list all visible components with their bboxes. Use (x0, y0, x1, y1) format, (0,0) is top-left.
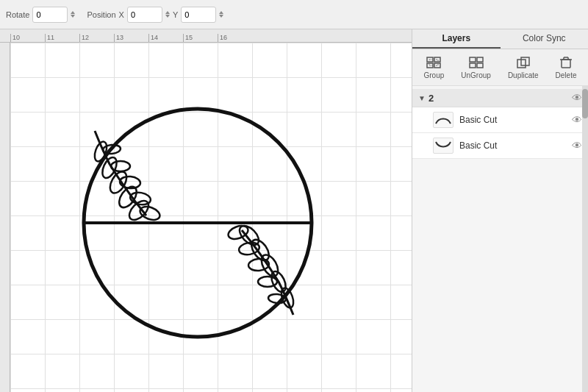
svg-point-13 (226, 224, 250, 242)
y-arrows[interactable] (219, 11, 223, 18)
tab-layers[interactable]: Layers (412, 29, 501, 49)
group-visibility-icon[interactable]: 👁 (572, 92, 582, 104)
svg-point-17 (248, 258, 269, 271)
canvas-area: 10 11 12 13 14 15 16 (0, 29, 412, 392)
ruler-vertical (0, 43, 10, 392)
rotate-input[interactable] (32, 7, 68, 23)
layers-list[interactable]: ▼ 2 👁 Basic Cut 👁 (412, 86, 588, 392)
delete-icon (557, 55, 575, 70)
panel-toolbar: Group UnGroup Duplicate Delete (412, 49, 588, 86)
right-panel: Layers Color Sync Group UnGroup (412, 29, 588, 392)
bottom-half-group (84, 222, 312, 337)
ungroup-icon (467, 55, 485, 70)
layer-thumbnail-2 (433, 138, 453, 154)
svg-rect-29 (470, 63, 476, 68)
layer-name-2: Basic Cut (459, 140, 566, 151)
ungroup-button[interactable]: UnGroup (456, 54, 495, 81)
layer-group-header[interactable]: ▼ 2 👁 (412, 89, 588, 107)
ruler-mark: 15 (183, 34, 218, 42)
svg-point-2 (138, 204, 162, 223)
svg-rect-33 (562, 60, 570, 68)
left-branch-top (93, 131, 162, 224)
panel-scrollbar[interactable] (582, 86, 588, 392)
group-expand-arrow[interactable]: ▼ (418, 94, 426, 102)
svg-rect-28 (477, 57, 483, 62)
svg-rect-26 (429, 60, 438, 65)
list-item[interactable]: Basic Cut 👁 (412, 133, 588, 159)
svg-point-20 (279, 286, 296, 309)
ruler-horizontal: 10 11 12 13 14 15 16 (0, 29, 412, 43)
group-number: 2 (429, 93, 569, 104)
grid-canvas[interactable] (10, 43, 412, 392)
group-button[interactable]: Group (420, 54, 449, 81)
rotate-group: Rotate (6, 7, 75, 23)
ruler-mark: 14 (148, 34, 183, 42)
right-branch-bottom (226, 222, 295, 315)
canvas-body (0, 43, 412, 392)
panel-tabs: Layers Color Sync (412, 29, 588, 49)
list-item[interactable]: Basic Cut 👁 (412, 107, 588, 133)
position-group: Position X Y (87, 7, 223, 23)
ungroup-label: UnGroup (461, 71, 491, 79)
svg-point-19 (258, 277, 277, 287)
x-input[interactable] (127, 7, 162, 23)
ruler-mark: 16 (218, 34, 252, 42)
top-half-group (84, 109, 312, 224)
ruler-mark: 13 (114, 34, 148, 42)
svg-rect-27 (470, 57, 476, 62)
duplicate-button[interactable]: Duplicate (503, 54, 543, 81)
y-input[interactable] (181, 7, 216, 23)
svg-rect-30 (477, 63, 483, 68)
duplicate-icon (514, 55, 532, 70)
main-area: 10 11 12 13 14 15 16 (0, 29, 588, 392)
tab-color-sync[interactable]: Color Sync (501, 29, 589, 49)
y-label: Y (173, 10, 178, 19)
svg-point-5 (107, 169, 130, 196)
toolbar: Rotate Position X Y (0, 0, 588, 29)
layer-name-1: Basic Cut (459, 115, 566, 125)
ruler-marks: 10 11 12 13 14 15 16 (10, 34, 252, 42)
delete-label: Delete (556, 71, 577, 79)
position-label: Position (87, 10, 115, 19)
duplicate-label: Duplicate (508, 71, 539, 79)
svg-point-8 (111, 161, 130, 171)
layer-1-visibility-icon[interactable]: 👁 (572, 114, 582, 126)
ruler-mark: 11 (45, 34, 79, 42)
x-label: X (119, 10, 124, 19)
panel-scroll-thumb[interactable] (582, 89, 588, 118)
group-label: Group (424, 71, 445, 79)
group-icon (425, 55, 442, 70)
artwork-svg (25, 50, 363, 392)
layer-thumbnail-1 (433, 112, 453, 128)
x-arrows[interactable] (165, 11, 170, 18)
ruler-mark: 12 (79, 34, 114, 42)
ruler-mark: 10 (10, 34, 45, 42)
rotate-arrows[interactable] (71, 11, 75, 18)
rotate-label: Rotate (6, 10, 29, 19)
delete-button[interactable]: Delete (551, 54, 581, 81)
layer-2-visibility-icon[interactable]: 👁 (572, 140, 582, 152)
